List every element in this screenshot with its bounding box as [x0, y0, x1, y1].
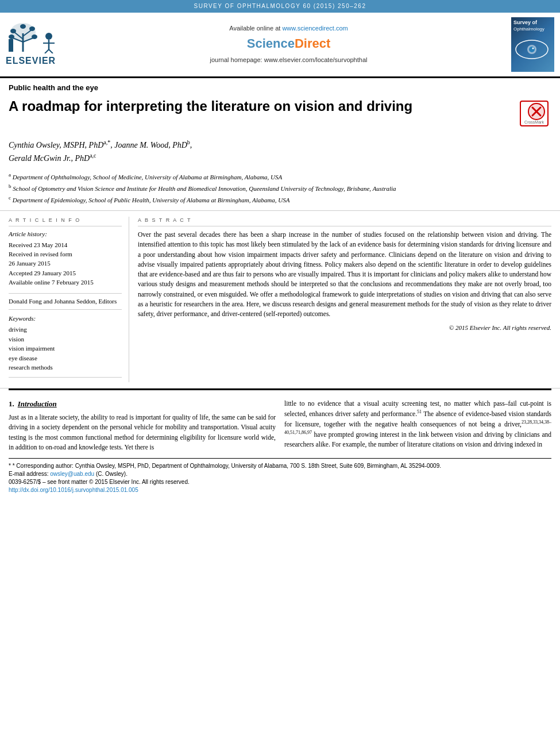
star-icon: * — [9, 463, 11, 469]
affiliation-b: b School of Optometry and Vision Science… — [9, 183, 551, 193]
email-note: E-mail address: owsley@uab.edu (C. Owsle… — [9, 470, 551, 478]
svg-point-7 — [10, 29, 16, 33]
keywords-title: Keywords: — [9, 314, 122, 323]
section-title: Introduction — [18, 399, 57, 409]
section-label: Public health and the eye — [9, 83, 98, 92]
svg-point-19 — [529, 47, 535, 52]
section-heading: 1. Introduction — [9, 399, 276, 409]
elsevier-name: ELSEVIER — [6, 55, 56, 67]
affiliation-a: a Department of Ophthalmology, School of… — [9, 171, 551, 182]
header-center: Available online at www.sciencedirect.co… — [80, 24, 497, 65]
section-number: 1. — [9, 399, 14, 409]
svg-point-12 — [45, 33, 52, 40]
abstract-text: Over the past several decades there has … — [138, 230, 551, 319]
article-history: Article history: Received 23 May 2014 Re… — [9, 230, 122, 287]
divider-3 — [9, 377, 122, 378]
keyword-1: driving — [9, 325, 122, 334]
email-link[interactable]: owsley@uab.edu — [50, 471, 96, 477]
author1-name: Cynthia Owsley, MSPH, PhD — [9, 141, 103, 149]
doi-note: http://dx.doi.org/10.1016/j.survophthal.… — [9, 486, 551, 494]
science-word: Science — [247, 36, 295, 51]
affiliations-section: a Department of Ophthalmology, School of… — [0, 169, 560, 211]
introduction-section: 1. Introduction Just as in a literate so… — [0, 390, 560, 452]
svg-point-9 — [32, 34, 37, 39]
svg-point-11 — [20, 24, 26, 29]
section-label-area: Public health and the eye — [0, 78, 560, 94]
keyword-5: research methods — [9, 363, 122, 372]
issn-note: 0039-6257/$ – see front matter © 2015 El… — [9, 478, 551, 486]
intro-right-column: little to no evidence that a visual acui… — [284, 399, 551, 452]
keywords-section: Keywords: driving vision vision impairme… — [9, 314, 122, 372]
author2-name: Joanne M. Wood, PhD — [114, 141, 187, 149]
intro-paragraph-right: little to no evidence that a visual acui… — [284, 399, 551, 450]
author1-sup: a,* — [103, 139, 110, 145]
author3-name: Gerald McGwin Jr., PhD — [9, 154, 90, 163]
corresponding-author-note: * * Corresponding author: Cynthia Owsley… — [9, 462, 551, 470]
article-info-header: A R T I C L E I N F O — [9, 217, 122, 227]
divider-1 — [9, 293, 122, 294]
sciencedirect-url[interactable]: www.sciencedirect.com — [282, 25, 347, 32]
sciencedirect-logo: ScienceDirect — [86, 35, 491, 53]
authors-section: Cynthia Owsley, MSPH, PhDa,*, Joanne M. … — [0, 135, 560, 168]
journal-homepage: journal homepage: www.elsevier.com/locat… — [86, 56, 491, 64]
journal-cover-text: Survey of Ophthalmology — [511, 17, 554, 67]
elsevier-tree-icon — [6, 22, 69, 53]
crossmark-badge: CrossMark — [520, 101, 551, 129]
journal-header-bar: SURVEY OF OPHTHALMOLOGY 60 (2015) 250–26… — [0, 0, 560, 13]
history-revised-label: Received in revised form — [9, 250, 122, 259]
journal-cover-image: Survey of Ophthalmology — [511, 17, 554, 72]
intro-left-column: 1. Introduction Just as in a literate so… — [9, 399, 276, 452]
svg-point-8 — [29, 26, 35, 31]
author3-sup: a,c — [90, 152, 96, 159]
history-received: Received 23 May 2014 — [9, 241, 122, 249]
editors-info: Donald Fong and Johanna Seddon, Editors — [9, 297, 122, 306]
divider-2 — [9, 309, 122, 310]
history-title: Article history: — [9, 230, 122, 239]
article-title: A roadmap for interpreting the literatur… — [9, 98, 520, 115]
journal-cover-area: Survey of Ophthalmology — [497, 17, 554, 72]
svg-line-16 — [49, 49, 53, 53]
elsevier-logo: ELSEVIER — [6, 22, 80, 67]
keyword-3: vision impairment — [9, 344, 122, 353]
history-accepted: Accepted 29 January 2015 — [9, 269, 122, 278]
journal-title: SURVEY OF OPHTHALMOLOGY 60 (2015) 250–26… — [194, 3, 366, 9]
authors-line: Cynthia Owsley, MSPH, PhDa,*, Joanne M. … — [9, 138, 551, 164]
intro-paragraph-left: Just as in a literate society, the abili… — [9, 413, 276, 452]
abstract-header: A B S T R A C T — [138, 217, 551, 227]
article-title-section: A roadmap for interpreting the literatur… — [0, 94, 560, 135]
crossmark-icon: CrossMark — [520, 101, 549, 126]
svg-point-20 — [532, 48, 534, 49]
keyword-2: vision — [9, 334, 122, 344]
publisher-logo-area: ELSEVIER — [6, 22, 80, 67]
keyword-4: eye disease — [9, 353, 122, 363]
direct-word: Direct — [295, 36, 330, 51]
history-revised-date: 26 January 2015 — [9, 259, 122, 268]
svg-point-10 — [9, 34, 14, 39]
doi-link[interactable]: http://dx.doi.org/10.1016/j.survophthal.… — [9, 487, 138, 493]
article-info-abstract-section: A R T I C L E I N F O Article history: R… — [0, 211, 560, 389]
ref-51: 51 — [417, 409, 422, 414]
available-online-text: Available online at www.sciencedirect.co… — [86, 24, 491, 33]
article-info-column: A R T I C L E I N F O Article history: R… — [9, 217, 129, 382]
abstract-copyright: © 2015 Elsevier Inc. All rights reserved… — [138, 324, 551, 332]
footnote-section: * * Corresponding author: Cynthia Owsley… — [9, 458, 551, 494]
abstract-column: A B S T R A C T Over the past several de… — [138, 217, 551, 382]
header-section: ELSEVIER Available online at www.science… — [0, 13, 560, 78]
affiliation-c: c Department of Epidemiology, School of … — [9, 194, 551, 205]
svg-rect-0 — [9, 39, 13, 52]
svg-line-15 — [45, 49, 49, 53]
history-available-online: Available online 7 February 2015 — [9, 278, 122, 287]
